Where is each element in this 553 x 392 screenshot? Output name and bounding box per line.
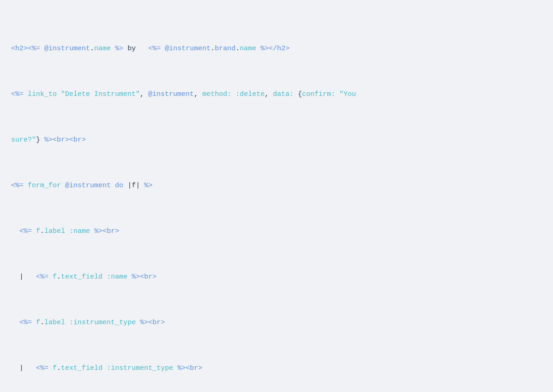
code-line-7: <%= f.label :instrument_type %><br> [11,317,542,329]
code-line-3: sure?"} %><br><br> [11,135,542,146]
code-line-8: | <%= f.text_field :instrument_type %><b… [11,363,542,374]
code-content: <h2><%= @instrument.name %> by <%= @inst… [11,9,542,392]
code-editor: <h2><%= @instrument.name %> by <%= @inst… [0,0,553,392]
code-line-1: <h2><%= @instrument.name %> by <%= @inst… [11,43,542,55]
code-line-5: <%= f.label :name %><br> [11,226,542,238]
code-line-6: | <%= f.text_field :name %><br> [11,272,542,283]
code-line-2: <%= link_to "Delete Instrument", @instru… [11,89,542,101]
code-line-4: <%= form_for @instrument do |f| %> [11,180,542,192]
